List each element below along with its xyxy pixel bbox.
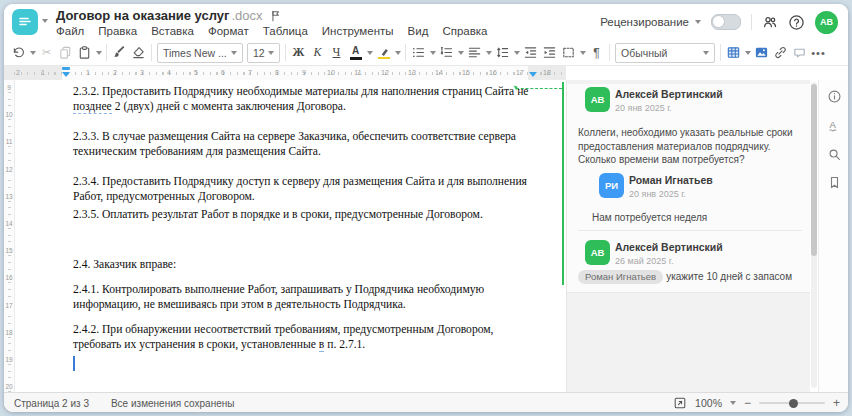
bookmark-button[interactable] xyxy=(826,174,842,190)
show-formatting-marks-button[interactable]: ¶ xyxy=(587,42,606,64)
search-button[interactable] xyxy=(826,146,842,162)
ruler-number: 18 xyxy=(543,69,551,77)
bold-button[interactable]: Ж xyxy=(289,42,308,64)
font-color-dropdown[interactable] xyxy=(365,42,374,64)
app-logo-icon[interactable] xyxy=(12,9,38,35)
numbered-list-dropdown[interactable] xyxy=(456,42,465,64)
comment-text[interactable]: Роман Игнатьевукажите 10 дней с запасом xyxy=(578,270,806,284)
decrease-indent-button[interactable] xyxy=(521,42,540,64)
right-indent-marker[interactable] xyxy=(529,72,537,77)
insert-image-button[interactable] xyxy=(752,42,771,64)
mention-chip[interactable]: Роман Игнатьев xyxy=(578,270,663,284)
font-color-button[interactable]: А xyxy=(346,42,365,64)
cut-button[interactable]: ✂ xyxy=(37,42,56,64)
ruler-number: 20 xyxy=(4,383,14,391)
zoom-in-button[interactable]: + xyxy=(833,397,840,409)
paragraph-text: 2.4. Заказчик вправе: xyxy=(73,258,176,271)
menu-file[interactable]: Файл xyxy=(56,25,84,37)
copy-button[interactable] xyxy=(56,42,75,64)
menu-view[interactable]: Вид xyxy=(408,25,429,37)
left-indent-marker[interactable] xyxy=(62,72,70,77)
zoom-slider-thumb[interactable] xyxy=(789,399,798,408)
insert-comment-button[interactable] xyxy=(790,42,809,64)
underline-button[interactable]: Ч xyxy=(327,42,346,64)
font-name-select[interactable]: Times New ... xyxy=(157,43,243,63)
align-left-button[interactable] xyxy=(465,42,484,64)
help-icon[interactable] xyxy=(788,14,805,31)
clear-format-button[interactable] xyxy=(129,42,148,64)
paste-button[interactable] xyxy=(75,42,94,64)
review-toggle[interactable] xyxy=(711,14,741,30)
numbered-list-button[interactable] xyxy=(437,42,456,64)
ruler-number: 13 xyxy=(4,193,14,201)
review-mode-dropdown[interactable]: Рецензирование xyxy=(600,16,701,28)
bullet-list-button[interactable] xyxy=(409,42,428,64)
highlight-button[interactable] xyxy=(374,42,393,64)
menu-bar: Файл Правка Вставка Формат Таблица Инстр… xyxy=(56,25,488,37)
document-title-ext: .docx xyxy=(231,8,262,23)
increase-indent-button[interactable] xyxy=(540,42,559,64)
doc-paragraph[interactable]: 2.3.2. Предоставить Подрядчику необходим… xyxy=(73,84,536,114)
paragraph-shading-button[interactable] xyxy=(559,42,578,64)
italic-button[interactable]: К xyxy=(308,42,327,64)
ruler-number: 6 xyxy=(221,69,225,77)
user-avatar[interactable]: АВ xyxy=(815,11,838,34)
paragraph-text: п. 2.7.1. xyxy=(324,338,365,351)
doc-paragraph[interactable]: 2.4.1. Контролировать выполнение Работ, … xyxy=(73,282,536,312)
menu-tools[interactable]: Инструменты xyxy=(322,25,394,37)
flag-icon[interactable] xyxy=(269,9,283,23)
comment-text[interactable]: Коллеги, необходимо указать реальные сро… xyxy=(578,126,806,167)
zoom-value[interactable]: 100% xyxy=(695,397,722,409)
undo-dropdown[interactable] xyxy=(28,42,37,64)
undo-button[interactable] xyxy=(9,42,28,64)
first-line-indent-marker[interactable] xyxy=(62,67,70,70)
insert-table-dropdown[interactable] xyxy=(743,42,752,64)
save-status-label: Все изменения сохранены xyxy=(111,398,234,409)
insert-table-button[interactable] xyxy=(724,42,743,64)
insert-link-button[interactable] xyxy=(771,42,790,64)
doc-paragraph[interactable]: 2.3.5. Оплатить результат Работ в порядк… xyxy=(73,207,536,222)
paragraph-text: 2.3.5. Оплатить результат Работ в порядк… xyxy=(73,208,483,221)
horizontal-ruler[interactable]: 21123456789101112131415161718 xyxy=(4,66,566,81)
line-spacing-button[interactable] xyxy=(493,42,512,64)
more-tools-button[interactable]: ••• xyxy=(809,42,828,64)
doc-paragraph[interactable]: 2.4.2. При обнаружении несоответствий тр… xyxy=(73,322,536,352)
editor-window: Договор на оказание услуг.docx Файл Прав… xyxy=(4,4,848,412)
paragraph-style-select[interactable]: Обычный xyxy=(615,43,715,63)
menu-table[interactable]: Таблица xyxy=(263,25,308,37)
scrollbar-thumb[interactable] xyxy=(811,84,817,256)
menu-help[interactable]: Справка xyxy=(442,25,487,37)
vertical-ruler[interactable]: 91011121314151617181920 xyxy=(4,80,15,392)
menu-insert[interactable]: Вставка xyxy=(151,25,194,37)
format-painter-button[interactable] xyxy=(110,42,129,64)
comment-text-body: укажите 10 дней с запасом xyxy=(666,271,792,282)
paste-dropdown[interactable] xyxy=(94,42,103,64)
ruler-number: 7 xyxy=(248,69,252,77)
info-panel-button[interactable] xyxy=(826,88,842,104)
menu-format[interactable]: Формат xyxy=(208,25,249,37)
zoom-out-button[interactable]: − xyxy=(744,397,751,409)
line-spacing-dropdown[interactable] xyxy=(512,42,521,64)
zoom-slider[interactable] xyxy=(759,402,825,404)
fit-width-icon[interactable] xyxy=(673,396,687,410)
paragraph-text: 2.3.4. Предоставить Подрядчику доступ к … xyxy=(73,175,527,203)
doc-paragraph[interactable]: 2.4. Заказчик вправе: xyxy=(73,257,536,272)
doc-paragraph[interactable]: 2.3.4. Предоставить Подрядчику доступ к … xyxy=(73,174,536,204)
menu-edit[interactable]: Правка xyxy=(98,25,137,37)
bullet-list-dropdown[interactable] xyxy=(428,42,437,64)
doc-paragraph[interactable]: 2.3.3. В случае размещения Сайта на серв… xyxy=(73,129,536,159)
chevron-down-icon xyxy=(695,20,701,24)
paragraph-shading-dropdown[interactable] xyxy=(578,42,587,64)
chevron-down-icon[interactable] xyxy=(730,401,736,405)
vertical-scrollbar[interactable] xyxy=(811,82,817,388)
chevron-down-icon[interactable] xyxy=(42,19,48,23)
users-icon[interactable] xyxy=(762,14,778,30)
page-count-label[interactable]: Страница 2 из 3 xyxy=(14,398,89,409)
comment-text[interactable]: Нам потребуется неделя xyxy=(592,211,804,225)
align-dropdown[interactable] xyxy=(484,42,493,64)
font-size-value: 12 xyxy=(253,47,265,59)
font-size-select[interactable]: 12 xyxy=(247,43,280,63)
ruler-number: 14 xyxy=(435,69,443,77)
spellcheck-button[interactable]: А xyxy=(826,118,842,134)
highlight-dropdown[interactable] xyxy=(393,42,402,64)
